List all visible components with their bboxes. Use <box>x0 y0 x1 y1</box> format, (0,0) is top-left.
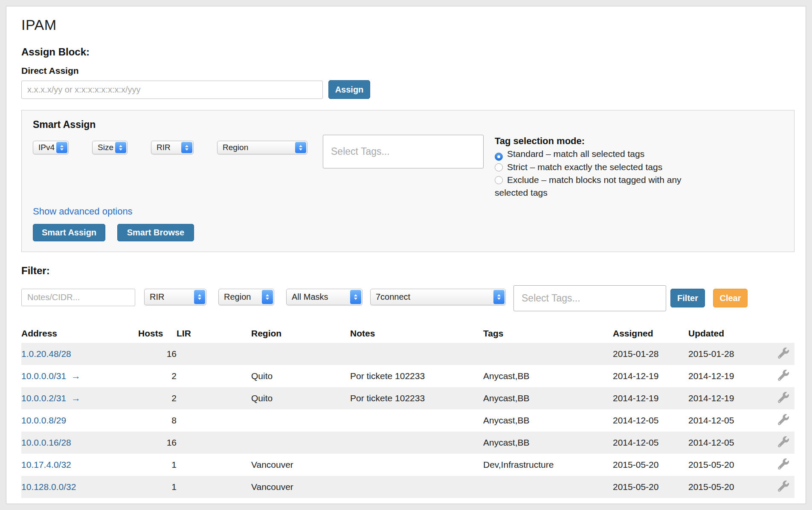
hosts-cell: 2 <box>138 387 177 409</box>
blocks-table: Address Hosts LIR Region Notes Tags Assi… <box>21 324 795 498</box>
direct-assign-input[interactable] <box>21 81 323 99</box>
radio-icon <box>495 176 503 184</box>
direct-assign-label: Direct Assign <box>21 66 800 76</box>
tag-mode-option-label: Standard – match all selected tags <box>507 149 644 159</box>
assigned-cell: 2015-01-28 <box>613 343 688 365</box>
filter-button[interactable]: Filter <box>670 289 705 307</box>
size-select-value: Size <box>98 143 113 152</box>
hosts-cell: 8 <box>138 409 177 432</box>
updated-cell: 2014-12-05 <box>688 409 772 432</box>
tag-mode-option-label: Exclude – match blocks not tagged with a… <box>495 175 682 197</box>
smart-browse-button[interactable]: Smart Browse <box>117 224 194 241</box>
select-stepper-icon <box>295 142 306 153</box>
radio-icon <box>495 153 503 161</box>
table-row: 10.17.4.0/32 1 Vancouver Dev,Infrastruct… <box>21 454 795 476</box>
wrench-icon[interactable] <box>778 348 789 359</box>
notes-cell <box>350 476 483 498</box>
clear-button[interactable]: Clear <box>713 289 748 307</box>
notes-cell <box>350 343 483 365</box>
smart-assign-heading: Smart Assign <box>33 119 783 130</box>
hosts-cell: 2 <box>138 365 177 387</box>
assigned-cell: 2014-12-05 <box>613 409 688 432</box>
filter-masks-select[interactable]: All Masks <box>286 289 362 305</box>
region-cell: Quito <box>251 365 350 387</box>
wrench-icon[interactable] <box>778 481 789 492</box>
select-stepper-icon <box>493 290 505 304</box>
notes-cidr-input[interactable] <box>21 289 135 306</box>
updated-cell: 2015-05-20 <box>688 476 772 498</box>
tags-cell: Anycast,BB <box>483 365 613 387</box>
tag-mode-option[interactable]: Standard – match all selected tags <box>495 148 687 161</box>
wrench-icon[interactable] <box>778 414 789 425</box>
tags-cell <box>483 343 613 365</box>
assigned-cell: 2014-12-05 <box>613 432 688 454</box>
ipam-panel: IPAM Assign Block: Direct Assign Assign … <box>6 6 806 504</box>
region-cell <box>251 432 350 454</box>
address-link[interactable]: 10.0.0.16/28 <box>21 438 71 447</box>
rir-select[interactable]: RIR <box>151 141 194 154</box>
region-cell: Quito <box>251 387 350 409</box>
table-row: 10.0.0.2/31→ 2 Quito Por tickete 102233 … <box>21 387 795 409</box>
smart-assign-controls: IPv4 Size RIR Region Tag selection mode:… <box>33 135 783 199</box>
filter-row: RIR Region All Masks 7connect Filter Cle… <box>21 285 800 311</box>
address-link[interactable]: 10.17.4.0/32 <box>21 460 71 469</box>
assigned-cell: 2015-05-20 <box>613 454 688 476</box>
wrench-icon[interactable] <box>778 436 789 447</box>
wrench-icon[interactable] <box>778 458 789 469</box>
notes-cell <box>350 454 483 476</box>
filter-heading: Filter: <box>21 265 800 277</box>
tags-cell: Dev,Infrastructure <box>483 454 613 476</box>
smart-assign-button[interactable]: Smart Assign <box>33 224 105 241</box>
filter-rir-select[interactable]: RIR <box>144 289 206 305</box>
smart-buttons-row: Smart Assign Smart Browse <box>33 224 783 241</box>
goto-arrow-icon[interactable]: → <box>71 371 81 381</box>
region-select-value: Region <box>223 143 248 152</box>
address-link[interactable]: 10.0.0.0/31 <box>21 371 66 381</box>
wrench-icon[interactable] <box>778 392 789 403</box>
family-select[interactable]: IPv4 <box>33 141 69 154</box>
column-header-hosts: Hosts <box>138 324 177 343</box>
tag-selection-mode: Tag selection mode: Standard – match all… <box>495 135 687 199</box>
region-cell: Vancouver <box>251 454 350 476</box>
hosts-cell: 1 <box>138 454 177 476</box>
table-row: 10.0.0.16/28 16 Anycast,BB 2014-12-05 20… <box>21 432 795 454</box>
lir-cell <box>177 387 251 409</box>
tags-cell: Anycast,BB <box>483 432 613 454</box>
radio-icon <box>495 163 503 171</box>
address-link[interactable]: 1.0.20.48/28 <box>21 349 71 359</box>
filter-tags-input[interactable] <box>513 285 666 311</box>
lir-cell <box>177 409 251 432</box>
address-link[interactable]: 10.0.0.8/29 <box>21 415 66 425</box>
hosts-cell: 16 <box>138 432 177 454</box>
select-stepper-icon <box>350 290 361 304</box>
column-header-lir: LIR <box>177 324 251 343</box>
column-header-tags: Tags <box>483 324 613 343</box>
show-advanced-options-link[interactable]: Show advanced options <box>33 206 133 217</box>
column-header-updated: Updated <box>688 324 772 343</box>
tag-mode-option-label: Strict – match exactly the selected tags <box>507 162 662 172</box>
address-link[interactable]: 10.0.0.2/31 <box>21 393 66 403</box>
table-row: 1.0.20.48/28 16 2015-01-28 2015-01-28 <box>21 343 795 365</box>
region-cell <box>251 409 350 432</box>
notes-cell <box>350 432 483 454</box>
notes-cell: Por tickete 102233 <box>350 387 483 409</box>
assign-block-heading: Assign Block: <box>21 46 800 58</box>
smart-tags-input[interactable] <box>323 135 484 168</box>
column-header-address: Address <box>21 324 138 343</box>
lir-cell <box>177 432 251 454</box>
direct-assign-row: Assign <box>21 80 800 99</box>
region-select[interactable]: Region <box>217 141 307 154</box>
tag-mode-option[interactable]: Strict – match exactly the selected tags <box>495 161 687 174</box>
tag-mode-option[interactable]: Exclude – match blocks not tagged with a… <box>495 174 687 199</box>
assign-button[interactable]: Assign <box>328 80 370 99</box>
address-link[interactable]: 10.128.0.0/32 <box>21 482 76 492</box>
filter-resource-select[interactable]: 7connect <box>370 289 506 305</box>
goto-arrow-icon[interactable]: → <box>71 393 81 403</box>
filter-region-select[interactable]: Region <box>218 289 274 305</box>
select-stepper-icon <box>56 142 67 153</box>
wrench-icon[interactable] <box>778 370 789 381</box>
filter-region-select-value: Region <box>224 292 251 302</box>
tags-cell <box>483 476 613 498</box>
hosts-cell: 16 <box>138 343 177 365</box>
size-select[interactable]: Size <box>92 141 128 154</box>
